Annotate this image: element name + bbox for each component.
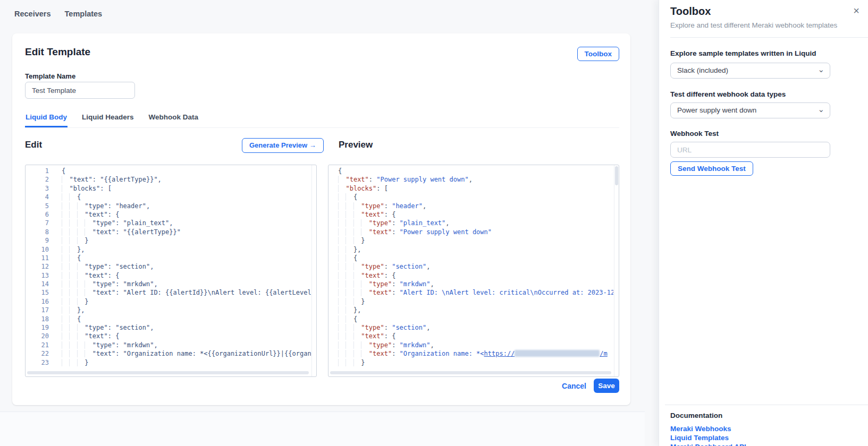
code-token: "type" bbox=[369, 280, 392, 288]
top-nav-item-templates[interactable]: Templates bbox=[65, 10, 103, 18]
chevron-down-icon: ⌄ bbox=[818, 102, 824, 117]
line-number: 9 bbox=[26, 236, 49, 245]
send-webhook-test-button[interactable]: Send Webhook Test bbox=[670, 161, 753, 176]
preview-pane-heading: Preview bbox=[339, 140, 373, 150]
webhook-data-type-select[interactable]: Power supply went down ⌄ bbox=[670, 102, 830, 118]
code-line: } bbox=[62, 297, 311, 306]
code-token: }, bbox=[77, 306, 85, 314]
code-line: "type": "section", bbox=[338, 262, 613, 271]
code-token: , bbox=[423, 202, 426, 210]
divider bbox=[670, 37, 868, 38]
line-number: 22 bbox=[26, 349, 49, 358]
close-icon[interactable]: × bbox=[853, 5, 859, 16]
tab-liquid-body[interactable]: Liquid Body bbox=[25, 113, 68, 127]
code-token: "text": { bbox=[85, 332, 119, 340]
line-number: 6 bbox=[26, 210, 49, 219]
code-line: "text": "Alert ID: \nAlert level: critic… bbox=[338, 288, 613, 297]
code-token: { bbox=[353, 254, 357, 262]
code-token: } bbox=[85, 298, 88, 305]
horizontal-scrollbar-thumb[interactable] bbox=[27, 371, 309, 374]
indent-guides bbox=[62, 193, 77, 201]
line-number-gutter: 1234567891011121314151617181920212223 bbox=[26, 167, 49, 367]
doc-link-meraki-webhooks[interactable]: Meraki Webhooks bbox=[670, 424, 746, 433]
code-token: : { bbox=[384, 272, 396, 279]
tab-webhook-data[interactable]: Webhook Data bbox=[148, 113, 199, 127]
indent-guides bbox=[338, 202, 361, 210]
indent-guides bbox=[338, 211, 361, 218]
sample-templates-label: Explore sample templates written in Liqu… bbox=[670, 49, 816, 57]
line-number: 10 bbox=[26, 245, 49, 254]
line-number: 4 bbox=[26, 193, 49, 201]
indent-guides bbox=[62, 272, 85, 279]
horizontal-scrollbar-thumb[interactable] bbox=[330, 371, 611, 374]
code-line: "type": "mrkdwn", bbox=[62, 280, 311, 288]
generate-preview-button[interactable]: Generate Preview → bbox=[242, 138, 324, 153]
edit-pane-heading: Edit bbox=[25, 140, 42, 150]
indent-guides bbox=[338, 228, 369, 236]
cancel-button[interactable]: Cancel bbox=[562, 382, 586, 390]
generate-preview-label: Generate Preview bbox=[249, 141, 307, 149]
indent-guides bbox=[338, 272, 361, 279]
template-name-input[interactable] bbox=[25, 82, 135, 99]
line-number: 3 bbox=[26, 184, 49, 193]
tab-liquid-headers[interactable]: Liquid Headers bbox=[81, 113, 134, 127]
doc-link-liquid-templates[interactable]: Liquid Templates bbox=[670, 433, 746, 442]
code-line: "type": "section", bbox=[62, 323, 311, 332]
code-token: "type": "mrkdwn", bbox=[92, 341, 158, 349]
indent-guides bbox=[62, 263, 85, 270]
code-token: "Alert ID: \nAlert level: critical\nOccu… bbox=[400, 289, 613, 296]
save-button[interactable]: Save bbox=[594, 379, 619, 393]
line-number: 12 bbox=[26, 262, 49, 271]
doc-link-meraki-dashboard-api[interactable]: Meraki Dashboard API bbox=[670, 442, 746, 446]
code-token: "text" bbox=[361, 332, 384, 340]
top-nav-item-receivers[interactable]: Receivers bbox=[14, 10, 51, 18]
line-number: 1 bbox=[26, 167, 49, 175]
code-line: "text": { bbox=[338, 332, 613, 340]
indent-guides bbox=[338, 193, 353, 201]
indent-guides bbox=[338, 263, 361, 270]
indent-guides bbox=[338, 306, 353, 314]
toolbox-button[interactable]: Toolbox bbox=[577, 47, 620, 61]
vertical-scrollbar-track bbox=[614, 165, 614, 376]
code-token: "section" bbox=[392, 324, 426, 331]
code-token: : bbox=[392, 280, 399, 288]
code-token: , bbox=[430, 280, 434, 288]
code-token: : { bbox=[384, 211, 396, 218]
code-line: { bbox=[62, 193, 311, 201]
code-token: }, bbox=[353, 246, 361, 253]
indent-guides bbox=[338, 341, 369, 349]
code-token: , bbox=[426, 263, 430, 270]
indent-guides bbox=[62, 280, 92, 288]
indent-guides bbox=[62, 324, 85, 331]
code-token: { bbox=[77, 254, 81, 262]
code-token: "type" bbox=[361, 202, 384, 210]
code-line: "text": { bbox=[62, 210, 311, 219]
indent-guides bbox=[338, 350, 369, 357]
code-line: "text": "{{alertType}}" bbox=[62, 228, 311, 236]
template-name-label: Template Name bbox=[25, 72, 75, 80]
webhook-url-input[interactable] bbox=[670, 142, 830, 158]
code-token: "text": "{{alertType}}", bbox=[69, 176, 161, 183]
sample-template-select[interactable]: Slack (included) ⌄ bbox=[670, 63, 830, 79]
indent-guides bbox=[62, 202, 85, 210]
code-line: } bbox=[338, 358, 613, 367]
line-number: 7 bbox=[26, 219, 49, 227]
code-token: : bbox=[392, 341, 399, 349]
code-line: "text": "Organization name: *<{{organiza… bbox=[62, 349, 311, 358]
vertical-scrollbar-thumb[interactable] bbox=[615, 166, 618, 185]
code-token: } bbox=[361, 298, 365, 305]
code-token: "type": "plain_text", bbox=[92, 219, 173, 227]
liquid-body-editor[interactable]: 1234567891011121314151617181920212223 { … bbox=[25, 165, 317, 377]
preview-code-content: { "text": "Power supply went down", "blo… bbox=[338, 167, 613, 369]
code-line: "type": "mrkdwn", bbox=[62, 341, 311, 349]
code-token: { bbox=[77, 193, 81, 201]
code-token: "text" bbox=[369, 228, 392, 236]
code-line: { bbox=[338, 315, 613, 323]
line-number: 2 bbox=[26, 175, 49, 184]
code-line: "blocks": [ bbox=[62, 184, 311, 193]
code-token: "text": { bbox=[85, 211, 119, 218]
code-token: , bbox=[469, 176, 473, 183]
code-token: "section" bbox=[392, 263, 426, 270]
code-token: "text": "Organization name: *<{{organiza… bbox=[92, 350, 311, 357]
line-number: 23 bbox=[26, 358, 49, 367]
